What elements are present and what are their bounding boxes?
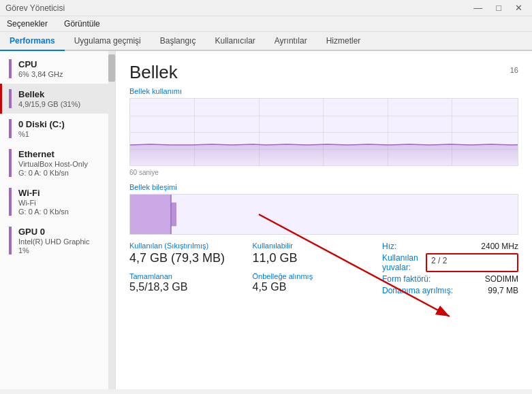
- sidebar-item-wifi[interactable]: Wi-Fi Wi-Fi G: 0 A: 0 Kb/sn: [0, 182, 115, 221]
- sidebar-disk-sub: %1: [18, 130, 108, 138]
- stat-form-label: Form faktörü:: [382, 274, 431, 284]
- menu-bar: Seçenekler Görüntüle: [0, 16, 532, 32]
- stat-cached-label: Önbelleğe alınmış: [253, 272, 369, 280]
- chart1-svg: [130, 99, 518, 165]
- sidebar-scroll-thumb: [108, 54, 115, 82]
- stat-form-value: SODIMM: [485, 274, 518, 284]
- sidebar-scrollbar[interactable]: [108, 51, 115, 389]
- stat-slots-row: Kullanılan yuvalar: 2 / 2: [382, 253, 518, 272]
- chart1-fill: [130, 144, 518, 165]
- stat-used: Kullanılan (Sıkıştırılmış) 4,7 GB (79,3 …: [129, 242, 246, 265]
- chart1: [129, 98, 518, 166]
- chart2-svg: [130, 195, 518, 234]
- tab-hizmetler[interactable]: Hizmetler: [317, 32, 371, 51]
- tab-ayrintilar[interactable]: Ayrıntılar: [265, 32, 317, 51]
- stats-grid: Kullanılan (Sıkıştırılmış) 4,7 GB (79,3 …: [129, 242, 369, 293]
- sidebar-item-disk[interactable]: 0 Diski (C:) %1: [0, 114, 115, 144]
- stat-used-value: 4,7 GB (79,3 MB): [129, 251, 246, 265]
- stat-used-label: Kullanılan (Sıkıştırılmış): [129, 242, 246, 250]
- sidebar-item-ethernet[interactable]: Ethernet VirtualBox Host-Only G: 0 A: 0 …: [0, 144, 115, 182]
- stat-cached-value: 4,5 GB: [253, 281, 369, 293]
- sidebar-bellek-sub: 4,9/15,9 GB (31%): [18, 100, 108, 108]
- left-stats: Kullanılan (Sıkıştırılmış) 4,7 GB (79,3 …: [129, 242, 369, 295]
- stat-committed-label: Tamamlanan: [129, 272, 246, 280]
- menu-goruntule[interactable]: Görüntüle: [60, 18, 104, 30]
- content-header: Bellek 16: [129, 62, 518, 83]
- sidebar-item-gpu[interactable]: GPU 0 Intel(R) UHD Graphic 1%: [0, 221, 115, 260]
- stat-speed-row: Hız: 2400 MHz: [382, 242, 518, 251]
- stat-hw-value: 99,7 MB: [488, 286, 518, 295]
- sidebar: CPU 6% 3,84 GHz Bellek 4,9/15,9 GB (31%)…: [0, 51, 116, 389]
- close-button[interactable]: ✕: [511, 3, 527, 13]
- stat-speed-label: Hız:: [382, 242, 396, 251]
- main-content: CPU 6% 3,84 GHz Bellek 4,9/15,9 GB (31%)…: [0, 51, 532, 389]
- svg-rect-2: [171, 203, 176, 227]
- minimize-button[interactable]: —: [469, 3, 486, 13]
- slots-highlight-box: 2 / 2: [426, 253, 518, 272]
- stat-hw-row: Donanıma ayrılmış: 99,7 MB: [382, 286, 518, 295]
- stat-available: Kullanılabilir 11,0 GB: [253, 242, 369, 265]
- sidebar-ethernet-sub2: G: 0 A: 0 Kb/sn: [18, 169, 108, 177]
- content-badge: 16: [510, 66, 518, 74]
- sidebar-disk-name: 0 Diski (C:): [18, 119, 108, 129]
- tab-performans[interactable]: Performans: [0, 32, 65, 51]
- sidebar-cpu-sub: 6% 3,84 GHz: [18, 70, 108, 78]
- sidebar-wifi-sub2: G: 0 A: 0 Kb/sn: [18, 208, 108, 216]
- sidebar-wifi-name: Wi-Fi: [18, 188, 108, 198]
- stat-cached: Önbelleğe alınmış 4,5 GB: [253, 272, 369, 293]
- tab-kullanicilar[interactable]: Kullanıcılar: [205, 32, 264, 51]
- stat-available-value: 11,0 GB: [253, 251, 369, 265]
- sidebar-cpu-name: CPU: [18, 59, 108, 69]
- svg-rect-0: [130, 195, 171, 234]
- menu-secenek[interactable]: Seçenekler: [3, 18, 52, 30]
- sidebar-gpu-sub1: Intel(R) UHD Graphic: [18, 237, 108, 246]
- sidebar-item-bellek[interactable]: Bellek 4,9/15,9 GB (31%): [0, 84, 115, 114]
- stat-committed: Tamamlanan 5,5/18,3 GB: [129, 272, 246, 293]
- stat-speed-value: 2400 MHz: [481, 242, 518, 251]
- tab-uygulama[interactable]: Uygulama geçmişi: [65, 32, 151, 51]
- chart1-label: Bellek kullanımı: [129, 87, 518, 95]
- sidebar-ethernet-name: Ethernet: [18, 149, 108, 159]
- stat-committed-value: 5,5/18,3 GB: [129, 281, 246, 293]
- sidebar-item-cpu[interactable]: CPU 6% 3,84 GHz: [0, 54, 115, 84]
- sidebar-ethernet-sub1: VirtualBox Host-Only: [18, 160, 108, 168]
- stats-row: Kullanılan (Sıkıştırılmış) 4,7 GB (79,3 …: [129, 242, 518, 295]
- stat-slots-label: Kullanılan yuvalar:: [382, 253, 426, 272]
- maximize-button[interactable]: □: [492, 3, 505, 13]
- sidebar-wifi-sub1: Wi-Fi: [18, 199, 108, 207]
- chart1-time: 60 saniye: [129, 169, 518, 176]
- sidebar-gpu-sub2: 1%: [18, 246, 108, 255]
- stat-available-label: Kullanılabilir: [253, 242, 369, 250]
- tab-baslangic[interactable]: Başlangıç: [151, 32, 206, 51]
- chart2: [129, 194, 518, 235]
- stat-hw-label: Donanıma ayrılmış:: [382, 286, 453, 295]
- sidebar-gpu-name: GPU 0: [18, 227, 108, 237]
- content-title: Bellek: [129, 62, 178, 83]
- tab-bar: Performans Uygulama geçmişi Başlangıç Ku…: [0, 32, 532, 51]
- title-bar: Görev Yöneticisi — □ ✕: [0, 0, 532, 16]
- sidebar-bellek-name: Bellek: [18, 89, 108, 99]
- chart2-label: Bellek bileşimi: [129, 183, 518, 191]
- stat-slots-value: 2 / 2: [431, 256, 447, 269]
- content-area: Bellek 16 Bellek kullanımı: [116, 51, 532, 389]
- right-stats: Hız: 2400 MHz Kullanılan yuvalar: 2 / 2 …: [382, 242, 518, 295]
- stat-form-row: Form faktörü: SODIMM: [382, 274, 518, 284]
- app-title: Görev Yöneticisi: [5, 3, 65, 13]
